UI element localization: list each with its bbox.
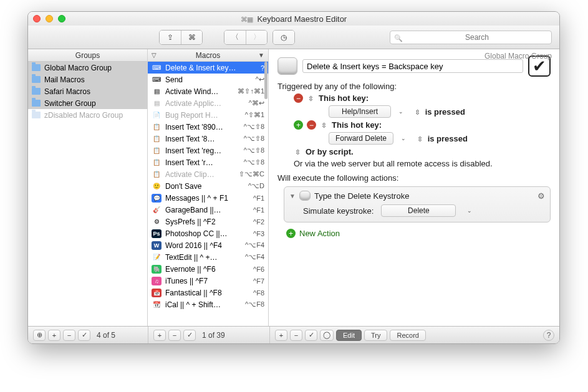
groups-header[interactable]: Groups (28, 49, 147, 62)
macro-row[interactable]: 📋Insert Text 'r…^⌥⇧8 (148, 156, 268, 168)
macros-scrollbar[interactable] (264, 62, 268, 168)
macro-shortcut: ^⌘↩ (241, 99, 264, 107)
macro-shortcut: ^⌥⇧8 (241, 123, 264, 131)
remove-trigger-button[interactable]: − (307, 120, 316, 130)
macro-shortcut: ^⌥F4 (241, 241, 264, 249)
search-icon (394, 32, 403, 43)
gear-icon[interactable]: ⚙ (537, 191, 545, 201)
chevron-down-icon[interactable]: ⌄ (467, 208, 472, 214)
hotkey-1-value[interactable]: Help/Insert (329, 105, 391, 118)
macros-list[interactable]: ⌨Delete & Insert key…?⌨Send^↩▤Activate W… (148, 62, 268, 326)
clip-icon: 📋 (152, 158, 161, 167)
stepper-icon[interactable] (413, 107, 422, 117)
folder-icon (32, 64, 41, 71)
minimize-button[interactable] (46, 15, 53, 22)
sort-icon[interactable]: ▽ (152, 52, 157, 59)
macro-row[interactable]: 📋Activate Clip…⇧⌥⌘C (148, 168, 268, 180)
edit-mode-button[interactable]: Edit (336, 330, 362, 341)
macro-row[interactable]: 📋Insert Text '8…^⌥⇧8 (148, 133, 268, 145)
macro-label: Don't Save (165, 182, 237, 191)
macro-row[interactable]: ▤Activate Wind…⌘⇧↑⌘1 (148, 85, 268, 97)
add-group-button[interactable]: + (48, 330, 60, 341)
macro-row[interactable]: ⌨Delete & Insert key…? (148, 62, 268, 74)
key-icon: ⌨ (152, 64, 161, 72)
close-button[interactable] (33, 15, 41, 22)
enable-macro-button[interactable]: ✓ (183, 330, 196, 341)
macro-row[interactable]: ⚙SysPrefs || ^F2^F2 (148, 216, 268, 227)
macro-row[interactable]: 📆iCal || ^ + Shift…^⌥F8 (148, 299, 268, 310)
hotkey-2-value[interactable]: Forward Delete (329, 132, 393, 145)
group-row[interactable]: zDisabled Macro Group (28, 109, 147, 121)
macro-row[interactable]: ▤Activate Applic…^⌘↩ (148, 97, 268, 109)
new-action-button[interactable]: + New Action (286, 229, 551, 238)
search-field[interactable] (390, 31, 552, 44)
chevron-down-icon[interactable]: ⌄ (398, 108, 403, 115)
macro-icon[interactable] (277, 57, 297, 75)
macro-row[interactable]: 📅Fantastical || ^F8^F8 (148, 287, 268, 299)
add-macro-button[interactable]: + (153, 330, 166, 341)
macro-row[interactable]: 🙂Don't Save^⌥D (148, 180, 268, 192)
macro-name-input[interactable] (302, 59, 523, 73)
macro-shortcut: ^⌥F4 (241, 253, 264, 261)
record-button[interactable]: Record (390, 330, 425, 341)
breadcrumb[interactable]: Global Macro Group (484, 52, 552, 60)
window-controls (33, 15, 65, 22)
macro-row[interactable]: ⌨Send^↩ (148, 74, 268, 85)
remove-group-button[interactable]: − (63, 330, 75, 341)
share-button[interactable]: ⇪ (160, 31, 181, 44)
group-row[interactable]: Mail Macros (28, 74, 147, 85)
disclosure-icon[interactable]: ▼ (258, 52, 264, 59)
zoom-button[interactable] (58, 15, 65, 22)
back-button[interactable]: 〈 (224, 31, 246, 44)
target-button[interactable]: ⊕ (33, 330, 46, 341)
macro-row[interactable]: 📄Bug Report H…^⇧⌘1 (148, 109, 268, 121)
macro-row[interactable]: 📋Insert Text 'reg…^⌥⇧8 (148, 145, 268, 156)
clock-icon: ◷ (281, 33, 287, 42)
stepper-icon[interactable] (416, 134, 424, 143)
settings-button[interactable]: ◯ (320, 330, 334, 341)
help-button[interactable]: ? (543, 330, 554, 341)
forward-button[interactable]: 〉 (246, 31, 267, 44)
chevron-left-icon: 〈 (231, 32, 239, 42)
stepper-icon[interactable] (294, 147, 302, 156)
remove-macro-button[interactable]: − (168, 330, 181, 341)
groups-list[interactable]: Global Macro GroupMail MacrosSafari Macr… (28, 62, 147, 326)
folder-icon (32, 100, 41, 107)
action-item[interactable]: ▼ Type the Delete Keystroke ⚙ Simulate k… (284, 186, 551, 222)
enable-action-button[interactable]: ✓ (305, 330, 317, 341)
ps-icon: Ps (152, 229, 161, 238)
macro-label: Insert Text 'r… (165, 158, 237, 167)
search-input[interactable] (407, 33, 547, 42)
macro-label: SysPrefs || ^F2 (165, 218, 237, 226)
command-button[interactable]: ⌘ (181, 31, 202, 44)
macro-row[interactable]: 💬Messages || ^ + F1^F1 (148, 192, 268, 204)
macro-row[interactable]: 🎸GarageBand ||…^F1 (148, 204, 268, 216)
macro-row[interactable]: PsPhotoshop CC ||…^F3 (148, 227, 268, 239)
macro-shortcut: ^⌥⇧8 (241, 135, 264, 143)
group-row[interactable]: Safari Macros (28, 85, 147, 97)
add-action-button[interactable]: + (275, 330, 287, 341)
group-row[interactable]: Switcher Group (28, 97, 147, 109)
stepper-icon[interactable] (307, 93, 315, 103)
macro-row[interactable]: 🐘Evernote || ^F6^F6 (148, 263, 268, 275)
macro-row[interactable]: WWord 2016 || ^F4^⌥F4 (148, 239, 268, 251)
try-button[interactable]: Try (364, 330, 387, 341)
macro-row[interactable]: ♫iTunes || ^F7^F7 (148, 275, 268, 287)
remove-trigger-button[interactable]: − (294, 93, 303, 103)
macros-header[interactable]: ▽ Macros ▼ (148, 49, 268, 62)
stepper-icon[interactable] (320, 120, 328, 130)
disclosure-triangle-icon[interactable]: ▼ (289, 193, 296, 199)
macro-row[interactable]: 📝TextEdit || ^ +…^⌥F4 (148, 251, 268, 263)
window-title-text: Keyboard Maestro Editor (257, 14, 347, 24)
history-button[interactable]: ◷ (273, 31, 294, 44)
simulate-keystroke-select[interactable]: Delete (381, 204, 456, 217)
chevron-down-icon[interactable]: ⌄ (401, 135, 406, 141)
action-title: Type the Delete Keystroke (314, 191, 534, 201)
remove-action-button[interactable]: − (290, 330, 302, 341)
group-row[interactable]: Global Macro Group (28, 62, 147, 74)
remote-access-note: Or via the web server but all remote acc… (294, 159, 551, 168)
macro-row[interactable]: 📋Insert Text '890…^⌥⇧8 (148, 121, 268, 133)
app-window: ⌘▦ Keyboard Maestro Editor ⇪ ⌘ 〈 〉 ◷ Gro… (27, 11, 560, 344)
enable-group-button[interactable]: ✓ (78, 330, 90, 341)
add-trigger-button[interactable]: + (294, 120, 303, 130)
